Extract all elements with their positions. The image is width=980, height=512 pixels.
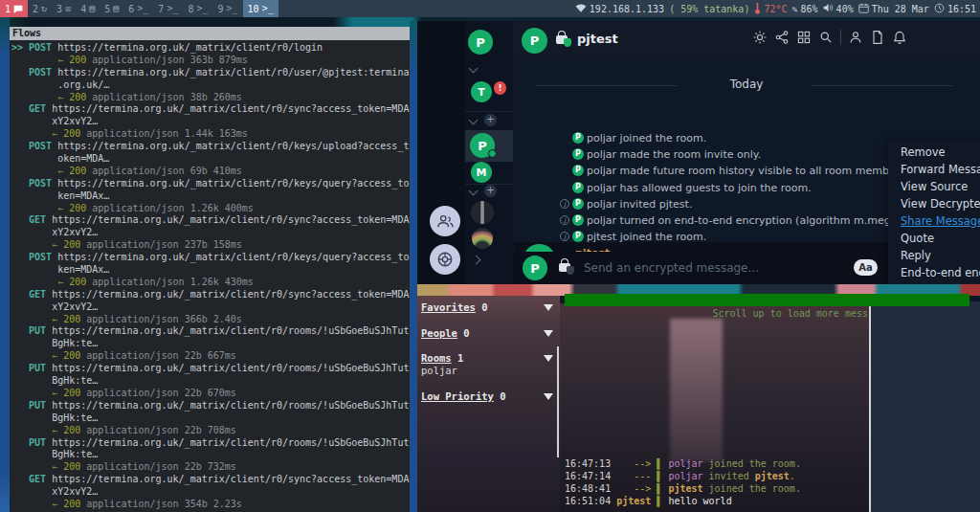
room-section-favorites[interactable]: Favorites 0 (421, 301, 555, 315)
composer-input[interactable]: Send an encrypted message... (584, 261, 759, 275)
flow-line[interactable]: ← 200 application/json 363b 879ms (11, 55, 410, 67)
event-avatar: P (572, 182, 584, 193)
status-text: ( 59% tatanka) (669, 4, 749, 14)
menu-item-view-decrypted-s[interactable]: View Decrypted S (888, 195, 980, 212)
room-item-poljar[interactable]: poljar (421, 365, 457, 376)
scrollbar[interactable] (557, 346, 559, 457)
add-room-button[interactable]: + (484, 185, 497, 197)
flow-line[interactable]: ← 200 application/json 1.26k 400ms (11, 203, 410, 215)
menu-item-remove[interactable]: Remove (888, 144, 980, 161)
event-text: poljar joined the room. (587, 132, 706, 145)
share-icon[interactable] (774, 30, 790, 45)
mirage-page-column (417, 21, 465, 284)
grid-icon[interactable] (796, 30, 812, 45)
menu-item-view-source[interactable]: View Source (888, 178, 980, 195)
notifications-bell-icon[interactable] (892, 30, 907, 45)
flow-line[interactable]: PUT https://termina.org.uk/_matrix/clien… (11, 325, 410, 338)
flow-line[interactable]: oken=MDA… (11, 153, 410, 166)
flow-line[interactable]: PUT https://termina.org.uk/_matrix/clien… (11, 437, 410, 450)
workspace-5[interactable]: 5▤ (100, 0, 123, 17)
flow-line[interactable]: xY2xvY2… (11, 227, 410, 239)
flow-line[interactable]: GET https://termina.org.uk/_matrix/clien… (11, 474, 410, 486)
workspace-4[interactable]: 4▤ (76, 0, 100, 17)
info-icon: i (560, 199, 569, 209)
flow-line[interactable]: ← 200 application/json 69b 410ms (11, 166, 410, 178)
flow-line[interactable]: ← 200 application/json 22b 667ms (11, 350, 410, 363)
flow-line[interactable]: GET https://termina.org.uk/_matrix/clien… (11, 103, 410, 116)
triangle-down-icon[interactable] (544, 355, 553, 362)
members-icon[interactable] (848, 30, 863, 45)
status-segment: 16:51 (934, 3, 976, 15)
flow-line[interactable]: ken=MDAx… (11, 264, 410, 277)
workspace-3[interactable]: 3✉ (52, 0, 76, 17)
room-section-low-priority[interactable]: Low Priority 0 (421, 390, 555, 404)
flow-line[interactable]: BgHk:te… (11, 375, 410, 388)
flow-line[interactable]: ken=MDAx… (11, 190, 410, 203)
terminal-right-pane (870, 301, 980, 512)
workspace-7[interactable]: 7>_ (153, 0, 183, 17)
menu-item-share-message[interactable]: Share Message (888, 212, 980, 230)
workspace-2[interactable]: 2↻ (28, 0, 52, 17)
flow-line[interactable]: ← 200 application/json 366b 2.40s (11, 314, 410, 326)
room-avatar-image[interactable] (471, 201, 494, 224)
flow-line[interactable]: GET https://termina.org.uk/_matrix/clien… (11, 289, 410, 301)
status-segment: 40% (823, 3, 854, 14)
triangle-down-icon[interactable] (544, 393, 553, 400)
workspace-9[interactable]: 9>_ (213, 0, 243, 17)
room-avatar-m[interactable]: M (471, 162, 492, 183)
workspace-1[interactable]: 1 (0, 0, 28, 17)
flow-line[interactable]: PUT https://termina.org.uk/_matrix/clien… (11, 400, 410, 412)
menu-item-end-to-end-encry[interactable]: End-to-end encry (888, 264, 980, 281)
flow-line[interactable]: ← 200 application/json 22b 670ms (11, 388, 410, 400)
workspace-10[interactable]: 10>_ (243, 0, 278, 17)
menu-item-quote[interactable]: Quote (888, 230, 980, 247)
file-icon[interactable] (870, 30, 885, 45)
info-icon: i (560, 215, 569, 225)
flow-line[interactable]: GET https://termina.org.uk/_matrix/clien… (11, 214, 410, 227)
desktop: 12↻3✉4▤5▤6>_7>_8>_9>_10>_ 192.168.1.133(… (0, 0, 980, 512)
room-avatar-image[interactable] (472, 228, 493, 249)
flow-line[interactable]: ← 200 application/json 237b 158ms (11, 239, 410, 252)
flow-line[interactable]: xY2xvY2… (11, 301, 410, 314)
flow-line[interactable]: ← 200 application/json 22b 732ms (11, 461, 410, 474)
wallpaper-left-edge (0, 17, 10, 512)
account-avatar[interactable]: P (468, 30, 493, 55)
flow-line[interactable]: PUT https://termina.org.uk/_matrix/clien… (11, 363, 410, 375)
flow-line[interactable]: BgHk:te… (11, 338, 410, 350)
flow-line[interactable]: BgHk:te… (11, 449, 410, 461)
flow-line[interactable]: POST https://termina.org.uk/_matrix/clie… (11, 67, 410, 79)
mitmproxy-flow-list[interactable]: >> POST https://termina.org.uk/_matrix/c… (10, 40, 410, 511)
search-icon[interactable] (818, 30, 834, 45)
info-icon: i (560, 232, 569, 241)
menu-item-reply[interactable]: Reply (888, 247, 980, 264)
triangle-down-icon[interactable] (544, 330, 553, 337)
flow-line[interactable]: BgHk:te… (11, 412, 410, 425)
flow-line[interactable]: xY2xvY2… (11, 116, 410, 128)
flow-line[interactable]: >> POST https://termina.org.uk/_matrix/c… (11, 42, 410, 55)
flow-line[interactable]: POST https://termina.org.uk/_matrix/clie… (11, 141, 410, 153)
workspace-8[interactable]: 8>_ (183, 0, 212, 17)
format-aa-button[interactable]: Aa (854, 259, 878, 276)
people-button[interactable] (430, 206, 460, 236)
room-section-rooms[interactable]: Rooms 1 (421, 352, 555, 366)
help-button[interactable] (430, 244, 460, 275)
flow-line[interactable]: POST https://termina.org.uk/_matrix/clie… (11, 178, 410, 190)
flow-line[interactable]: POST https://termina.org.uk/_matrix/clie… (11, 252, 410, 264)
flow-line[interactable]: ← 200 application/json 22b 708ms (11, 425, 410, 437)
room-avatar-t[interactable]: T (471, 81, 492, 102)
event-text: poljar made the room invite only. (587, 148, 761, 161)
flow-line[interactable]: ← 200 application/json 1.26k 430ms (11, 277, 410, 289)
flow-line[interactable]: ← 200 application/json 354b 2.23s (11, 499, 410, 511)
menu-item-forward-message[interactable]: Forward Message (888, 161, 980, 178)
event-text: poljar invited pjtest. (587, 198, 692, 211)
add-room-button[interactable]: + (484, 114, 497, 126)
flow-line[interactable]: xY2xvY2… (11, 486, 410, 499)
room-section-people[interactable]: People 0 (421, 327, 555, 341)
workspace-6[interactable]: 6>_ (123, 0, 153, 17)
flow-line[interactable]: ← 200 application/json 1.44k 163ms (11, 128, 410, 141)
chat-icon (13, 5, 23, 13)
flow-line[interactable]: .org.uk/… (11, 79, 410, 92)
settings-gear-icon[interactable] (752, 30, 768, 45)
triangle-down-icon[interactable] (544, 304, 553, 311)
flow-line[interactable]: ← 200 application/json 38b 260ms (11, 92, 410, 104)
